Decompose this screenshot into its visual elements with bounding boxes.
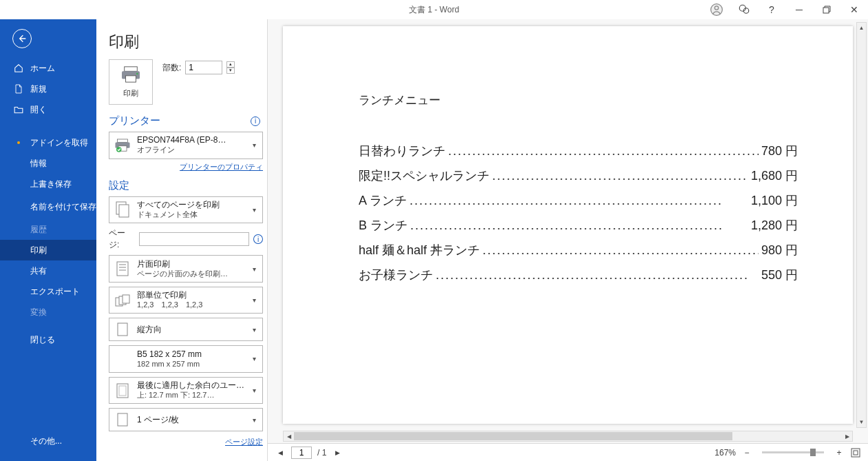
portrait-icon	[114, 322, 131, 336]
menu-item-price: 1,100 円	[751, 192, 798, 209]
sidebar-item-other[interactable]: その他...	[0, 431, 96, 451]
svg-rect-24	[119, 386, 126, 396]
pages-all-icon	[114, 201, 131, 218]
leader-dots: ........................................…	[448, 144, 759, 158]
sidebar-item-label: エクスポート	[30, 286, 80, 298]
face-feedback-icon[interactable]	[730, 0, 758, 19]
zoom-slider[interactable]	[762, 451, 824, 453]
page-title: 印刷	[109, 32, 260, 52]
orientation-dropdown[interactable]: 縦方向 ▾	[109, 318, 263, 341]
copies-spinner[interactable]: ▴▾	[226, 61, 235, 74]
svg-rect-4	[823, 8, 829, 13]
printer-properties-link[interactable]: プリンターのプロパティ	[180, 163, 263, 171]
sidebar-item-history: 履歴	[0, 219, 96, 240]
open-folder-icon	[14, 105, 23, 114]
sidebar-item-info[interactable]: 情報	[0, 153, 96, 174]
sidebar-item-saveas[interactable]: 名前を付けて保存	[0, 194, 96, 219]
sidebar-item-print[interactable]: 印刷	[0, 240, 96, 260]
zoom-in-button[interactable]: +	[834, 447, 845, 458]
back-button[interactable]	[12, 29, 32, 48]
sidebar-item-save[interactable]: 上書き保存	[0, 174, 96, 194]
sidebar-item-addins[interactable]: アドインを取得	[0, 132, 96, 153]
margins-icon	[114, 383, 131, 398]
dropdown-line1: 1 ページ/枚	[137, 415, 247, 425]
chevron-down-icon: ▾	[253, 355, 260, 362]
horizontal-scrollbar[interactable]: ◀ ▶	[283, 431, 853, 442]
dropdown-line1: B5 182 x 257 mm	[137, 349, 247, 360]
sidebar-item-label: 閉じる	[30, 334, 55, 346]
current-page-input[interactable]	[291, 447, 312, 459]
menu-line: half 麺＆half 丼ランチ .......................…	[359, 242, 798, 258]
fit-page-icon[interactable]	[850, 447, 861, 458]
scroll-up-icon[interactable]: ▲	[857, 23, 866, 33]
page-setup-link[interactable]: ページ設定	[225, 438, 263, 446]
margins-dropdown[interactable]: 最後に適用した余白のユー…上: 12.7 mm 下: 12.7… ▾	[109, 377, 263, 404]
doc-title: ランチメニュー	[359, 92, 798, 108]
account-icon[interactable]	[703, 0, 730, 19]
scrollbar-thumb[interactable]	[294, 432, 732, 440]
sidebar-item-export[interactable]: エクスポート	[0, 281, 96, 302]
leader-dots: ........................................…	[410, 218, 748, 233]
print-side-dropdown[interactable]: 片面印刷ページの片面のみを印刷… ▾	[109, 255, 263, 283]
printer-icon	[120, 65, 141, 85]
minimize-icon[interactable]: ─	[785, 0, 813, 19]
help-icon[interactable]: ?	[758, 0, 785, 19]
sidebar-item-close[interactable]: 閉じる	[0, 329, 96, 350]
vertical-scrollbar[interactable]: ▲ ▼	[856, 22, 867, 428]
zoom-out-button[interactable]: −	[741, 447, 752, 458]
zoom-slider-knob[interactable]	[810, 449, 816, 456]
menu-item-price: 980 円	[761, 242, 798, 258]
chevron-down-icon: ▾	[253, 141, 260, 149]
prev-page-icon[interactable]: ◀	[275, 447, 286, 458]
menu-item-name: half 麺＆half 丼ランチ	[359, 242, 480, 258]
chevron-down-icon: ▾	[253, 265, 260, 273]
scroll-left-icon[interactable]: ◀	[284, 431, 294, 441]
sidebar-item-new[interactable]: 新規	[0, 79, 96, 99]
close-icon[interactable]: ✕	[840, 0, 868, 19]
menu-line: 限定!!スペシャルランチ ...........................…	[359, 167, 798, 184]
menu-item-name: B ランチ	[359, 217, 407, 234]
menu-line: B ランチ ..................................…	[359, 217, 798, 234]
printer-dropdown[interactable]: EPSON744F8A (EP-8…オフライン ▾	[109, 132, 263, 159]
paper-size-dropdown[interactable]: B5 182 x 257 mm182 mm x 257 mm ▾	[109, 345, 263, 373]
collate-dropdown[interactable]: 部単位で印刷1,2,3 1,2,3 1,2,3 ▾	[109, 287, 263, 314]
svg-rect-5	[125, 67, 138, 72]
copies-input[interactable]	[185, 61, 222, 74]
chevron-down-icon: ▾	[253, 326, 260, 334]
sidebar-item-label: アドインを取得	[30, 137, 88, 149]
svg-rect-22	[118, 323, 127, 336]
next-page-icon[interactable]: ▶	[332, 447, 343, 458]
menu-item-name: 限定!!スペシャルランチ	[359, 167, 489, 184]
svg-rect-9	[118, 139, 128, 143]
leader-dots: ........................................…	[492, 169, 748, 183]
menu-item-name: 日替わりランチ	[359, 143, 445, 159]
sidebar-item-open[interactable]: 開く	[0, 99, 96, 120]
pages-per-sheet-dropdown[interactable]: 1 ページ/枚 ▾	[109, 408, 263, 431]
menu-line: A ランチ ..................................…	[359, 192, 798, 209]
svg-rect-14	[119, 205, 129, 217]
pages-input[interactable]	[139, 232, 249, 246]
backstage-sidebar: ホーム 新規 開く アドインを取得 情報 上書き保存 名前を付けて保存 履歴 印…	[0, 19, 96, 461]
settings-section-heading: 設定	[109, 179, 129, 192]
dropdown-line1: 縦方向	[137, 325, 247, 335]
spinner-down-icon[interactable]: ▾	[226, 68, 235, 74]
sidebar-item-home[interactable]: ホーム	[0, 58, 96, 79]
scroll-right-icon[interactable]: ▶	[842, 431, 852, 441]
scroll-down-icon[interactable]: ▼	[857, 417, 866, 427]
svg-rect-7	[126, 76, 136, 82]
print-scope-dropdown[interactable]: すべてのページを印刷ドキュメント全体 ▾	[109, 196, 263, 224]
svg-rect-26	[851, 449, 860, 457]
home-icon	[14, 63, 23, 73]
menu-item-price: 1,280 円	[751, 217, 798, 234]
menu-item-price: 1,680 円	[751, 167, 798, 184]
print-button[interactable]: 印刷	[109, 59, 153, 105]
sidebar-item-share[interactable]: 共有	[0, 260, 96, 281]
info-icon[interactable]: i	[251, 116, 260, 126]
maximize-restore-icon[interactable]	[813, 0, 840, 19]
printer-status: オフライン	[137, 145, 247, 155]
dropdown-line2: ドキュメント全体	[137, 210, 247, 220]
sidebar-item-transform: 変換	[0, 302, 96, 322]
info-icon[interactable]: i	[253, 234, 263, 244]
sidebar-item-label: ホーム	[30, 63, 55, 74]
spinner-up-icon[interactable]: ▴	[226, 61, 235, 68]
